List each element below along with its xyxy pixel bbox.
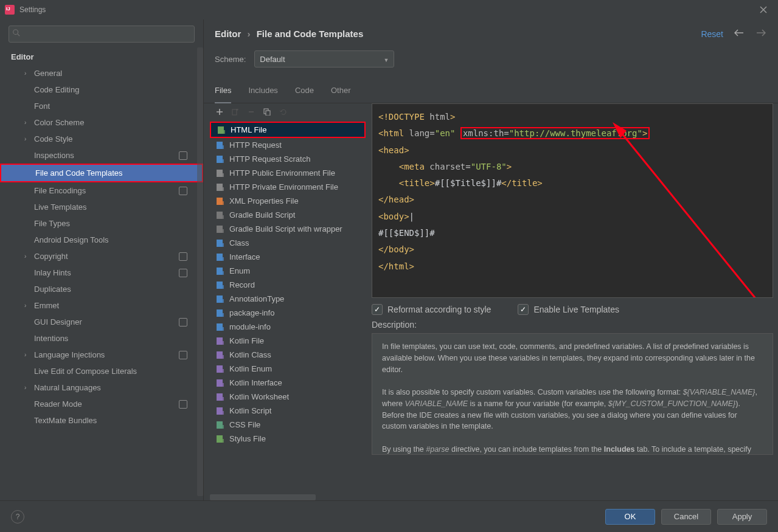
chevron-right-icon: › [24,119,26,126]
file-template-item[interactable]: Kotlin Worksheet [210,390,366,404]
sidebar-item[interactable]: ›Copyright [0,248,203,264]
file-template-label: Kotlin Script [229,406,271,415]
file-list-scrollbar[interactable] [210,494,316,500]
search-input[interactable] [9,26,195,43]
live-templates-checkbox[interactable]: ✓ Enable Live Templates [518,304,619,315]
reset-link[interactable]: Reset [701,29,723,39]
file-template-item[interactable]: HTTP Request Scratch [210,152,366,166]
file-template-item[interactable]: Kotlin Class [210,348,366,362]
sidebar-item[interactable]: ›Emmet [0,297,203,314]
apply-button[interactable]: Apply [717,509,767,525]
file-template-item[interactable]: Enum [210,264,366,278]
file-template-item[interactable]: Kotlin Enum [210,362,366,376]
sidebar-item[interactable]: Inspections [0,147,203,164]
sidebar-item[interactable]: Live Edit of Compose Literals [0,363,203,379]
sidebar-item-label: Copyright [34,252,68,261]
file-type-icon [216,323,224,331]
file-template-label: Interface [229,252,260,261]
cancel-button[interactable]: Cancel [661,509,711,525]
sidebar-item[interactable]: GUI Designer [0,314,203,330]
file-template-item[interactable]: package-info [210,306,366,320]
help-button[interactable]: ? [11,510,24,523]
file-template-item[interactable]: AnnotationType [210,292,366,306]
scheme-select[interactable]: Default ▼ [254,50,394,67]
sidebar-scrollbar[interactable] [197,47,203,496]
sidebar-item[interactable]: Live Templates [0,199,203,215]
file-template-item[interactable]: HTTP Private Environment File [210,180,366,194]
file-type-icon [216,183,224,192]
file-template-label: XML Properties File [229,196,299,206]
remove-template-button[interactable] [248,108,255,117]
back-button[interactable] [733,28,745,40]
file-template-item[interactable]: HTML File [210,122,366,138]
file-template-item[interactable]: Kotlin Script [210,404,366,418]
template-editor[interactable]: <!DOCTYPE html><html lang="en" xmlns:th=… [372,103,773,298]
file-template-item[interactable]: HTTP Public Environment File [210,166,366,180]
file-template-item[interactable]: CSS File [210,418,366,432]
file-template-item[interactable]: Class [210,236,366,250]
file-template-item[interactable]: Stylus File [210,432,366,446]
tree-header-editor[interactable]: Editor [0,49,203,65]
svg-rect-29 [218,299,224,303]
tab[interactable]: Code [295,80,314,103]
check-icon: ✓ [518,304,529,315]
file-template-label: Class [229,238,249,247]
file-template-item[interactable]: Kotlin Interface [210,376,366,390]
sidebar-item[interactable]: ›Code Style [0,131,203,147]
file-template-item[interactable]: Interface [210,250,366,264]
tab[interactable]: Includes [248,80,277,103]
close-button[interactable] [754,2,773,17]
scheme-label: Scheme: [215,55,246,64]
sidebar-item[interactable]: ›General [0,65,203,81]
undo-icon [279,108,287,116]
sidebar-item[interactable]: Code Editing [0,81,203,98]
reformat-checkbox[interactable]: ✓ Reformat according to style [372,304,491,315]
breadcrumb-root[interactable]: Editor [215,29,241,39]
tab[interactable]: Other [331,80,351,103]
sidebar-item[interactable]: ›Natural Languages [0,379,203,396]
svg-rect-43 [218,397,224,401]
svg-rect-7 [218,145,224,149]
svg-rect-9 [218,159,224,163]
sidebar-item[interactable]: Inlay Hints [0,264,203,281]
file-template-item[interactable]: XML Properties File [210,194,366,208]
copy-template-button[interactable] [263,108,271,117]
svg-rect-25 [218,271,224,275]
reformat-label: Reformat according to style [387,305,491,314]
file-type-icon [216,435,224,443]
sidebar-item[interactable]: TextMate Bundles [0,412,203,429]
description-box[interactable]: In file templates, you can use text, cod… [372,333,773,455]
ok-button[interactable]: OK [605,509,655,525]
reset-template-button[interactable] [279,108,287,117]
svg-rect-27 [218,285,224,289]
sidebar-item[interactable]: Duplicates [0,281,203,297]
file-template-label: CSS File [229,420,260,429]
sidebar-item[interactable]: File Encodings [0,182,203,199]
file-template-item[interactable]: module-info [210,320,366,334]
sidebar-item[interactable]: Android Design Tools [0,232,203,248]
file-template-item[interactable]: HTTP Request [210,138,366,152]
sidebar-item[interactable]: Reader Mode [0,396,203,412]
sidebar-item[interactable]: Font [0,98,203,114]
file-type-icon [216,309,224,317]
sidebar-item[interactable]: ›Language Injections [0,347,203,363]
tabs: FilesIncludesCodeOther [204,80,778,103]
svg-rect-15 [218,201,224,205]
sidebar-item-label: Language Injections [34,350,105,359]
file-template-item[interactable]: Record [210,278,366,292]
sidebar-item[interactable]: File Types [0,215,203,232]
create-from-template-button[interactable] [232,108,239,117]
file-template-label: HTTP Public Environment File [229,168,335,178]
add-template-button[interactable] [216,108,223,117]
file-type-icon [217,126,226,134]
tab[interactable]: Files [215,80,231,103]
file-template-item[interactable]: Gradle Build Script with wrapper [210,222,366,236]
forward-button[interactable] [755,28,767,40]
sidebar-item[interactable]: Intentions [0,330,203,347]
sidebar-item-label: File Encodings [34,186,86,195]
file-template-item[interactable]: Gradle Build Script [210,208,366,222]
file-template-item[interactable]: Kotlin File [210,334,366,348]
sidebar-item[interactable]: ›Color Scheme [0,114,203,131]
project-badge-icon [179,351,187,359]
sidebar-item[interactable]: File and Code Templates [0,164,203,182]
